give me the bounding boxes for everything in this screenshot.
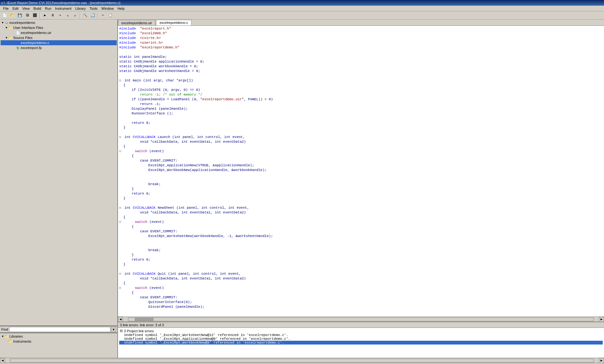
error-text-2: Undefined symbol '_ExcelRpt_ApplicationN… [124, 337, 290, 341]
scroll-left-bottom[interactable]: ◀ [0, 358, 5, 363]
error-line-1[interactable]: Undefined symbol '_ExcelRpt_WorksheetNew… [119, 333, 603, 337]
menu-tools[interactable]: Tools [88, 6, 100, 11]
toolbar-pause[interactable]: ⏸ [49, 12, 56, 19]
scroll-track[interactable] [128, 317, 594, 321]
error-line-3[interactable]: Undefined symbol '_ExcelRpt_WorkbookNew@… [119, 341, 603, 345]
menu-instrument[interactable]: Instrument [53, 6, 73, 11]
tab-uir[interactable]: excelreportdemo.uir [118, 20, 155, 25]
tree-lib-label: Libraries [9, 334, 23, 338]
toolbar-save[interactable]: 💾 [16, 12, 23, 19]
toolbar-stepover[interactable]: ↷ [57, 12, 64, 19]
tree-ui-files[interactable]: ▼ 📁 User Interface Files [1, 25, 117, 30]
tree-source-files[interactable]: ▼ 📁 Source Files [1, 35, 117, 40]
tree-ui-label: User Interface Files [13, 26, 43, 30]
toolbar-stepout[interactable]: ↙ [72, 12, 79, 19]
output-section-arrow: ⊟ [120, 329, 123, 333]
menu-window[interactable]: Window [99, 6, 115, 11]
menu-bar: File Edit View Build Run Instrument Libr… [0, 6, 604, 11]
tab-uir-label: excelreportdemo.uir [121, 21, 152, 25]
tree-arrow-ui: ▼ [5, 26, 8, 29]
menu-view[interactable]: View [20, 6, 32, 11]
find-input[interactable] [9, 327, 110, 332]
folder-ui-icon: 📁 [8, 25, 13, 30]
tree-uir-label: excelreportdemo.uir [21, 31, 51, 35]
output-section-header: ⊟ 3 Project link errors [119, 328, 603, 333]
error-line-2[interactable]: Undefined symbol '_ExcelRpt_ApplicationN… [119, 337, 603, 341]
toolbar-build[interactable]: 🔨 [82, 12, 89, 19]
tab-c[interactable]: excelreportdemo.c [156, 20, 192, 25]
title-text: c:\..\Excel Report Demo CVI 2012\excelre… [1, 1, 120, 5]
tab-c-label: excelreportdemo.c [159, 21, 188, 25]
bottom-scroll-track[interactable] [10, 359, 594, 362]
file-fp-icon: fp [16, 46, 20, 50]
scroll-left-btn[interactable]: ◀ [118, 317, 123, 322]
project-tree: ▼ 🗂 excelreportdemo ▼ 📁 User Interface F… [0, 19, 117, 326]
title-bar: c:\..\Excel Report Demo CVI 2012\excelre… [0, 0, 604, 6]
folder-src-icon: 📁 [8, 36, 13, 40]
toolbar-run[interactable]: ▶ [42, 12, 48, 19]
libraries-panel: ▼ 📁 Libraries 📁 Instruments [0, 333, 117, 358]
find-label: Find [1, 328, 8, 331]
toolbar: 📄 📂 💾 🖫 ⬛ ▶ ⏸ ↷ ↘ ↙ 🔨 🔄 ✂ 📋 [0, 11, 604, 19]
tree-src-label: Source Files [13, 36, 32, 40]
tree-instruments[interactable]: 📁 Instruments [1, 339, 117, 344]
output-section-label: 3 Project link errors [124, 329, 154, 333]
code-content[interactable]: #include "excelreport.h" #include "excel… [118, 26, 604, 317]
error-text-1: Undefined symbol '_ExcelRpt_WorksheetNew… [124, 333, 288, 337]
error-text-3: Undefined symbol '_ExcelRpt_WorkbookNew@… [124, 341, 284, 345]
bottom-scrollbar[interactable]: ◀ ▶ [0, 358, 604, 363]
menu-build[interactable]: Build [31, 6, 43, 11]
tree-arrow-root: ▼ [1, 21, 4, 24]
scroll-right-bottom[interactable]: ▶ [599, 358, 604, 363]
tree-c-file[interactable]: c excelreportdemo.c [1, 40, 117, 45]
toolbar-open[interactable]: 📂 [9, 12, 16, 19]
menu-file[interactable]: File [1, 6, 11, 11]
toolbar-sep1 [40, 13, 40, 18]
code-area[interactable]: #include "excelreport.h" #include "excel… [118, 26, 604, 317]
tree-root[interactable]: ▼ 🗂 excelreportdemo [1, 20, 117, 25]
menu-help[interactable]: Help [115, 6, 126, 11]
right-panel: excelreportdemo.uir excelreportdemo.c #i… [118, 19, 604, 358]
tree-uir-file[interactable]: 📄 excelreportdemo.uir [1, 30, 117, 35]
toolbar-new[interactable]: 📄 [1, 12, 8, 19]
find-bar: Find ▼ [0, 326, 117, 333]
toolbar-sep2 [80, 13, 81, 18]
tree-root-label: excelreportdemo [9, 21, 35, 25]
tree-arrow-lib: ▼ [1, 335, 4, 338]
tree-c-label: excelreportdemo.c [21, 41, 49, 45]
project-icon: 🗂 [4, 20, 9, 25]
output-status: 3 link errors. link error: 3 of 3 [120, 323, 164, 327]
toolbar-save2[interactable]: 🖫 [24, 12, 31, 19]
tree-arrow-src: ▼ [5, 36, 8, 39]
status-bar [0, 363, 604, 364]
tree-instruments-label: Instruments [13, 339, 31, 343]
file-uir-icon: 📄 [16, 30, 20, 35]
tree-fp-label: excelreport.fp [21, 46, 42, 50]
tree-fp-file[interactable]: fp excelreport.fp [1, 45, 117, 50]
left-panel: ▼ 🗂 excelreportdemo ▼ 📁 User Interface F… [0, 19, 118, 358]
menu-run[interactable]: Run [43, 6, 53, 11]
file-c-icon: c [16, 41, 20, 45]
find-button[interactable]: ▼ [111, 327, 116, 332]
main-layout: ▼ 🗂 excelreportdemo ▼ 📁 User Interface F… [0, 19, 604, 358]
toolbar-stop[interactable]: ⬛ [31, 12, 38, 19]
output-content: ⊟ 3 Project link errors Undefined symbol… [118, 328, 604, 345]
tab-bar: excelreportdemo.uir excelreportdemo.c [118, 19, 604, 26]
tree-libraries[interactable]: ▼ 📁 Libraries [1, 334, 117, 339]
folder-inst-icon: 📁 [8, 339, 13, 344]
menu-library[interactable]: Library [73, 6, 88, 11]
toolbar-stepinto[interactable]: ↘ [64, 12, 71, 19]
h-scrollbar[interactable]: ◀ ▶ [118, 317, 604, 322]
output-header: 3 link errors. link error: 3 of 3 [118, 322, 604, 328]
folder-lib-icon: 📁 [4, 334, 9, 339]
scroll-right-btn[interactable]: ▶ [599, 317, 604, 322]
scroll-thumb[interactable] [135, 318, 154, 321]
toolbar-cut[interactable]: ✂ [99, 12, 106, 19]
output-panel: 3 link errors. link error: 3 of 3 ⊟ 3 Pr… [118, 322, 604, 358]
toolbar-sep3 [98, 13, 98, 18]
menu-edit[interactable]: Edit [11, 6, 20, 11]
toolbar-copy[interactable]: 📋 [107, 12, 114, 19]
toolbar-rebuild[interactable]: 🔄 [89, 12, 96, 19]
